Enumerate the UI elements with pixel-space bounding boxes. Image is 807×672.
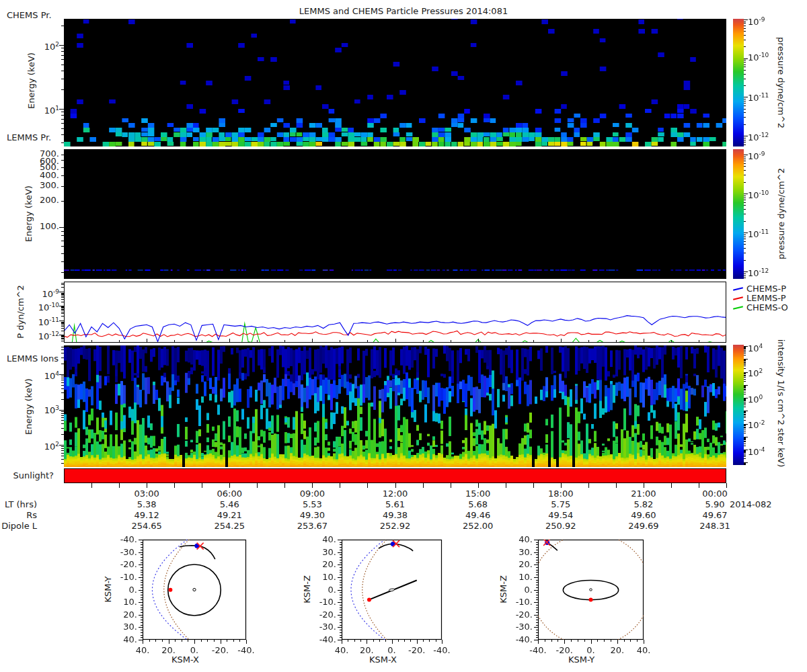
chems-pressure-spectrogram bbox=[64, 19, 726, 146]
colorbar-tick-lemms-ions-spectrogram-3: 10-2 bbox=[748, 418, 765, 430]
timeaxis-rs-03:00: 49.12 bbox=[120, 511, 174, 520]
colorbar-tick-chems-pressure-spectrogram-2: 10-11 bbox=[748, 91, 769, 103]
timeaxis-rs-06:00: 49.21 bbox=[202, 511, 256, 520]
chems-p-line-sample bbox=[733, 287, 743, 291]
orbit1-ytick-0: -40. bbox=[109, 535, 137, 544]
legend-label: CHEMS-P bbox=[746, 284, 786, 294]
timeaxis-dipole_l-00:00: 248.31 bbox=[688, 521, 742, 531]
colorbar-tick-lemms-ions-spectrogram-2: 100 bbox=[748, 392, 763, 405]
orbit2-xlabel: KSM-X bbox=[369, 655, 397, 665]
legend-label: LEMMS-P bbox=[746, 293, 786, 303]
ytick-particle-pressure-lines-1: 10-10 bbox=[19, 300, 59, 312]
lemms-ions-label: LEMMS Ions bbox=[7, 354, 59, 364]
timeaxis-lt-00:00: 5.90 bbox=[688, 500, 742, 509]
orbit3-xtick-4: 40. bbox=[627, 646, 660, 655]
timeaxis-time-12:00: 12:00 bbox=[369, 489, 422, 499]
orbit1-ytick-1: -30. bbox=[109, 548, 137, 557]
orbit3-ytick-4: 0. bbox=[504, 585, 533, 595]
colorbar-tick-lemms-ions-spectrogram-0: 104 bbox=[748, 341, 763, 353]
orbit-plot-ksmz-ksmy bbox=[530, 537, 649, 650]
ytick-lemms-ions-spectrogram-1: 103 bbox=[19, 403, 59, 415]
lemms-p-line-sample bbox=[733, 296, 743, 300]
chems-pr-label: CHEMS Pr. bbox=[7, 11, 52, 20]
timeaxis-dipole_l-12:00: 252.92 bbox=[369, 521, 422, 531]
orbit3-ytick-7: -30. bbox=[504, 622, 533, 632]
ytick-lemms-pressure-spectrogram-4: 300. bbox=[19, 181, 59, 190]
orbit2-ytick-6: -20. bbox=[308, 610, 336, 620]
particle-pressure-plot-page: LEMMS and CHEMS Particle Pressures 2014:… bbox=[0, 0, 807, 672]
legend-item-chems-o: CHEMS-O bbox=[733, 303, 788, 312]
colorbar-chems-pressure bbox=[733, 19, 749, 146]
timeaxis-rs-18:00: 49.54 bbox=[534, 511, 588, 520]
orbit3-ytick-8: -40. bbox=[504, 635, 533, 644]
orbit1-ytick-6: 20. bbox=[109, 610, 137, 620]
timeaxis-rs-15:00: 49.46 bbox=[451, 511, 505, 520]
orbit3-ytick-1: 30. bbox=[504, 548, 533, 557]
timeaxis-time-03:00: 03:00 bbox=[120, 489, 174, 499]
orbit1-ytick-7: 30. bbox=[109, 622, 137, 632]
timeaxis-rs-21:00: 49.60 bbox=[617, 511, 670, 520]
legend-item-lemms-p: LEMMS-P bbox=[733, 294, 786, 303]
ytick-chems-pressure-spectrogram-0: 102 bbox=[19, 40, 59, 52]
lemms-ions-spectrogram bbox=[64, 345, 726, 467]
colorbar3-unit-label: intensity 1/(s cm^2 ster keV) bbox=[776, 339, 786, 468]
orbit3-xlabel: KSM-Y bbox=[568, 655, 594, 665]
orbit3-ytick-0: 40. bbox=[504, 535, 533, 544]
colorbar-tick-chems-pressure-spectrogram-0: 10-9 bbox=[748, 15, 765, 27]
sunlight-bar bbox=[64, 468, 726, 483]
timeaxis-dipole_l-03:00: 254.65 bbox=[120, 521, 174, 531]
pressure-line-plot bbox=[64, 282, 726, 343]
orbit2-ytick-2: 20. bbox=[308, 560, 336, 569]
timeaxis-lt-03:00: 5.38 bbox=[120, 500, 174, 509]
orbit2-ytick-7: -30. bbox=[308, 622, 336, 632]
colorbar-tick-lemms-pressure-spectrogram-3: 10-12 bbox=[748, 266, 769, 278]
ytick-particle-pressure-lines-0: 10-9 bbox=[19, 287, 59, 299]
timeaxis-lt-06:00: 5.46 bbox=[202, 500, 256, 509]
colorbar-tick-chems-pressure-spectrogram-3: 10-12 bbox=[748, 130, 769, 142]
timeaxis-lt-18:00: 5.75 bbox=[534, 500, 588, 509]
timeaxis-lt-12:00: 5.61 bbox=[369, 500, 422, 509]
timeaxis-time-21:00: 21:00 bbox=[617, 489, 670, 499]
colorbar-tick-lemms-pressure-spectrogram-1: 10-10 bbox=[748, 188, 769, 200]
orbit1-ytick-3: -10. bbox=[109, 573, 137, 582]
sunlight-label: Sunlight? bbox=[0, 471, 54, 480]
colorbar-ions-intensity bbox=[733, 345, 749, 465]
ytick-lemms-pressure-spectrogram-6: 100. bbox=[19, 222, 59, 231]
orbit2-xtick-4: -40. bbox=[426, 646, 458, 655]
colorbar2-unit-label: pressure dyne/cm^2 bbox=[776, 168, 786, 259]
ytick-lemms-pressure-spectrogram-3: 400. bbox=[19, 171, 59, 180]
orbit2-ytick-8: -40. bbox=[308, 635, 336, 644]
orbit1-ytick-5: 10. bbox=[109, 597, 137, 607]
timeaxis-dipole_l-18:00: 250.92 bbox=[534, 521, 588, 531]
orbit2-ytick-3: 10. bbox=[308, 573, 336, 582]
orbit-plot-ksmz-ksmx bbox=[334, 537, 447, 650]
orbit1-ytick-8: 40. bbox=[109, 635, 137, 644]
timeaxis-dipole_l-15:00: 252.00 bbox=[451, 521, 505, 531]
colorbar-tick-lemms-pressure-spectrogram-2: 10-11 bbox=[748, 227, 769, 239]
timeaxis-lt-21:00: 5.82 bbox=[617, 500, 670, 509]
energy-axis-label-chems: Energy (keV) bbox=[26, 52, 36, 109]
colorbar-lemms-pressure bbox=[733, 149, 749, 279]
row-label-dipole-l: Dipole L bbox=[0, 521, 37, 531]
orbit3-ytick-3: 10. bbox=[504, 573, 533, 582]
timeaxis-dipole_l-09:00: 253.67 bbox=[285, 521, 339, 531]
orbit2-ytick-5: -10. bbox=[308, 597, 336, 607]
chems-o-line-sample bbox=[733, 306, 743, 310]
orbit3-ytick-6: -20. bbox=[504, 610, 533, 620]
timeaxis-dipole_l-21:00: 249.69 bbox=[617, 521, 670, 531]
orbit1-ytick-2: -20. bbox=[109, 560, 137, 569]
legend-item-chems-p: CHEMS-P bbox=[733, 284, 786, 294]
timeaxis-lt-09:00: 5.53 bbox=[285, 500, 339, 509]
orbit-plot-ksmy-ksmx bbox=[134, 537, 252, 650]
timeaxis-rs-09:00: 49.30 bbox=[285, 511, 339, 520]
timeaxis-dipole_l-06:00: 254.25 bbox=[202, 521, 256, 531]
timeaxis-rs-00:00: 49.67 bbox=[688, 511, 742, 520]
orbit1-xtick-4: -40. bbox=[230, 646, 262, 655]
row-label-rs: Rs bbox=[0, 511, 37, 520]
timeaxis-time-09:00: 09:00 bbox=[285, 489, 339, 499]
colorbar-tick-lemms-ions-spectrogram-4: 10-4 bbox=[748, 445, 765, 457]
orbit1-ytick-4: 0. bbox=[109, 585, 137, 595]
timeaxis-time-15:00: 15:00 bbox=[451, 489, 505, 499]
legend-label: CHEMS-O bbox=[746, 302, 788, 312]
orbit1-xlabel: KSM-X bbox=[171, 655, 199, 665]
